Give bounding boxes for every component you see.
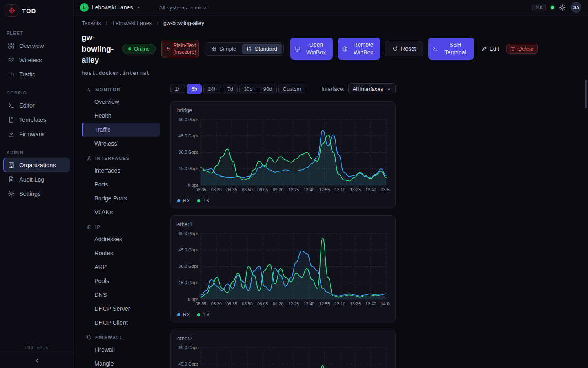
legend-rx[interactable]: RX: [177, 312, 190, 318]
legend-rx[interactable]: RX: [177, 198, 190, 204]
device-body: MONITOR Overview Health Traffic Wireless…: [82, 82, 588, 368]
svg-text:12:25: 12:25: [288, 187, 299, 192]
subnav-item-mangle[interactable]: Mangle: [82, 357, 160, 368]
subnav-section-interfaces: INTERFACES: [87, 156, 160, 161]
activity-icon: [87, 87, 92, 92]
terminal-icon: [432, 46, 438, 52]
ssh-terminal-button[interactable]: SSH Terminal: [428, 38, 474, 60]
delete-button[interactable]: Delete: [506, 44, 538, 54]
sidebar-collapse-button[interactable]: [0, 353, 73, 368]
subnav-item-pools[interactable]: Pools: [82, 274, 160, 288]
view-mode-simple[interactable]: Simple: [206, 44, 241, 54]
subnav-item-routes[interactable]: Routes: [82, 246, 160, 260]
edit-button[interactable]: Edit: [479, 44, 501, 54]
subnav-item-dhcp-server[interactable]: DHCP Server: [82, 302, 160, 316]
chart-legend: RX TX: [177, 198, 389, 204]
sidebar-item-label: Traffic: [19, 71, 35, 78]
reset-label: Reset: [401, 45, 416, 52]
globe-icon: [342, 46, 348, 52]
view-mode-standard-label: Standard: [255, 46, 277, 52]
traffic-chart-ether2[interactable]: 60.0 Gbps45.0 Gbps30.0 Gbps15.0 Gbps0 bp…: [177, 345, 390, 368]
tenant-switcher[interactable]: L Lebowski Lanes: [80, 3, 141, 12]
breadcrumb-tenant-name[interactable]: Lebowski Lanes: [112, 20, 152, 26]
subnav-item-addresses[interactable]: Addresses: [82, 232, 160, 246]
device-actions: Open WinBox Remote WinBox Reset: [290, 38, 537, 60]
traffic-chart-ether1[interactable]: 60.0 Gbps45.0 Gbps30.0 Gbps15.0 Gbps0 bp…: [177, 231, 390, 309]
monitor-icon: [294, 46, 301, 52]
subnav-section-label: IP: [95, 224, 100, 229]
sidebar-item-templates[interactable]: Templates: [0, 112, 73, 127]
subnav-item-bridge-ports[interactable]: Bridge Ports: [82, 191, 160, 205]
sidebar-item-audit-log[interactable]: Audit Log: [0, 172, 73, 186]
legend-tx-label: TX: [203, 312, 209, 318]
range-24h-button[interactable]: 24h: [203, 84, 221, 94]
subnav-item-ports[interactable]: Ports: [82, 177, 160, 191]
time-range-group: 1h 6h 24h 7d 30d 90d Custom: [170, 84, 305, 94]
sidebar-item-editor[interactable]: Editor: [0, 98, 73, 112]
grid-icon: [8, 42, 15, 49]
subnav-item-dns[interactable]: DNS: [82, 288, 160, 302]
range-90d-button[interactable]: 90d: [259, 84, 277, 94]
subnav-item-firewall[interactable]: Firewall: [82, 343, 160, 357]
pencil-icon: [481, 46, 487, 52]
svg-text:12:40: 12:40: [304, 187, 314, 192]
range-7d-button[interactable]: 7d: [223, 84, 238, 94]
sliders-icon: [247, 46, 252, 52]
topbar-right: ⌘K SA: [532, 2, 581, 13]
command-palette-shortcut[interactable]: ⌘K: [532, 4, 546, 11]
legend-tx[interactable]: TX: [197, 312, 209, 318]
theme-toggle-icon[interactable]: [559, 4, 566, 11]
svg-text:09:20: 09:20: [273, 187, 283, 192]
subnav-item-wireless[interactable]: Wireless: [82, 137, 160, 150]
sidebar-item-firmware[interactable]: Firmware: [0, 127, 73, 141]
legend-tx[interactable]: TX: [197, 198, 209, 204]
subnav-item-dhcp-client[interactable]: DHCP Client: [82, 316, 160, 330]
subnav-item-arp[interactable]: ARP: [82, 260, 160, 274]
svg-text:08:05: 08:05: [196, 301, 206, 306]
subnav-section-label: FIREWALL: [95, 335, 123, 340]
chart-legend: RX TX: [177, 312, 389, 318]
subnav-item-overview[interactable]: Overview: [82, 95, 160, 109]
user-avatar[interactable]: SA: [571, 2, 581, 13]
security-warning-badge: Plain-Text (Insecure): [161, 40, 199, 58]
svg-text:12:40: 12:40: [304, 301, 314, 306]
svg-text:12:25: 12:25: [288, 301, 299, 306]
scrollbar-thumb[interactable]: [585, 80, 587, 108]
svg-text:09:05: 09:05: [257, 187, 268, 192]
sidebar-item-overview[interactable]: Overview: [0, 38, 73, 53]
subnav-item-vlans[interactable]: VLANs: [82, 205, 160, 219]
traffic-chart-bridge[interactable]: 60.0 Gbps45.0 Gbps30.0 Gbps15.0 Gbps0 bp…: [177, 117, 390, 195]
subnav-item-traffic[interactable]: Traffic: [82, 123, 160, 137]
breadcrumb-tenants[interactable]: Tenants: [82, 20, 101, 26]
reset-button[interactable]: Reset: [385, 41, 423, 56]
range-1h-button[interactable]: 1h: [170, 84, 185, 94]
shield-icon: [87, 335, 92, 340]
view-mode-simple-label: Simple: [219, 46, 236, 52]
open-winbox-button[interactable]: Open WinBox: [290, 38, 333, 60]
chart-title: bridge: [177, 107, 389, 113]
sidebar-item-traffic[interactable]: Traffic: [0, 67, 73, 81]
legend-rx-label: RX: [183, 312, 190, 318]
subnav-item-interfaces[interactable]: Interfaces: [82, 164, 160, 177]
subnav-item-health[interactable]: Health: [82, 109, 160, 123]
app-logo-icon: [6, 4, 18, 17]
app-version: TOD v9.5: [0, 345, 73, 350]
range-custom-button[interactable]: Custom: [278, 84, 306, 94]
app-logo[interactable]: TOD: [0, 0, 73, 22]
view-mode-standard[interactable]: Standard: [242, 44, 282, 54]
sidebar-item-settings[interactable]: Settings: [0, 186, 73, 201]
building-icon: [8, 162, 15, 168]
sidebar-item-organizations[interactable]: Organizations: [3, 158, 70, 172]
subnav-section-firewall: FIREWALL: [87, 335, 160, 340]
rx-dot-icon: [177, 313, 180, 316]
subnav-section-ip: IP: [87, 224, 160, 230]
sidebar-item-wireless[interactable]: Wireless: [0, 53, 73, 67]
remote-winbox-label: Remote WinBox: [351, 41, 376, 56]
breadcrumb-device: gw-bowling-alley: [163, 20, 204, 26]
range-30d-button[interactable]: 30d: [239, 84, 257, 94]
svg-text:60.0 Gbps: 60.0 Gbps: [179, 117, 198, 121]
range-6h-button[interactable]: 6h: [187, 84, 201, 94]
charts-column: 1h 6h 24h 7d 30d 90d Custom Interface: A…: [170, 82, 396, 368]
remote-winbox-button[interactable]: Remote WinBox: [338, 38, 380, 60]
interface-select[interactable]: All interfaces: [348, 83, 396, 94]
